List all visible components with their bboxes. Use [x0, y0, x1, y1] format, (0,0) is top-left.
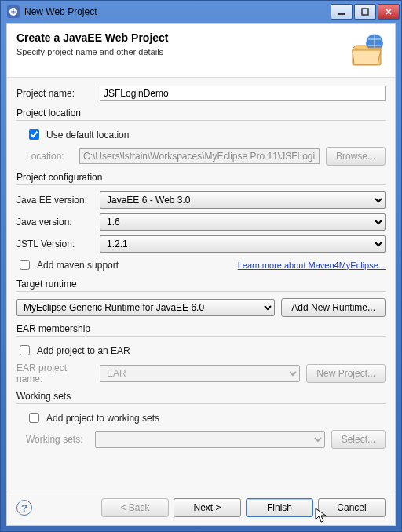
form-area: Project name: Project location Use defau…: [7, 78, 395, 490]
app-icon: [7, 5, 20, 18]
add-to-ear-label: Add project to an EAR: [37, 345, 130, 356]
minimize-button[interactable]: [331, 4, 353, 20]
banner-subheading: Specify project name and other details: [16, 47, 342, 56]
working-sets-select: [95, 431, 325, 448]
project-location-title: Project location: [16, 107, 386, 118]
javaee-version-select[interactable]: JavaEE 6 - Web 3.0: [100, 191, 386, 209]
svg-rect-1: [338, 13, 345, 15]
folder-globe-icon: [348, 31, 386, 69]
close-icon: [385, 8, 393, 16]
working-sets-label: Working sets:: [26, 434, 89, 445]
jstl-version-select[interactable]: 1.2.1: [100, 235, 386, 253]
window-controls: [331, 4, 400, 20]
dialog-window: New Web Project Create a JavaEE Web Proj…: [0, 0, 402, 532]
add-to-working-sets-checkbox[interactable]: [29, 413, 39, 423]
add-maven-label: Add maven support: [37, 260, 119, 271]
window-title: New Web Project: [24, 6, 331, 17]
target-runtime-select[interactable]: MyEclipse Generic Runtime for JavaEE 6.0: [16, 299, 275, 316]
browse-button: Browse...: [326, 147, 386, 166]
back-button: < Back: [101, 498, 169, 517]
help-button[interactable]: ?: [16, 500, 32, 516]
maximize-button[interactable]: [354, 4, 376, 20]
java-version-label: Java version:: [16, 217, 93, 228]
svg-rect-2: [362, 9, 368, 15]
cancel-button[interactable]: Cancel: [318, 498, 386, 517]
project-name-input[interactable]: [100, 86, 386, 101]
learn-maven-link[interactable]: Learn more about Maven4MyEclipse...: [238, 261, 386, 270]
add-runtime-button[interactable]: Add New Runtime...: [281, 298, 386, 317]
banner-heading: Create a JavaEE Web Project: [16, 31, 342, 44]
button-bar: ? < Back Next > Finish Cancel: [7, 490, 395, 525]
project-config-title: Project configuration: [16, 172, 386, 183]
next-button[interactable]: Next >: [174, 498, 241, 517]
help-icon: ?: [21, 502, 27, 514]
add-to-ear-checkbox[interactable]: [20, 345, 30, 355]
dialog-content: Create a JavaEE Web Project Specify proj…: [6, 23, 396, 526]
target-runtime-title: Target runtime: [16, 279, 386, 290]
add-to-working-sets-label: Add project to working sets: [46, 413, 159, 424]
finish-button[interactable]: Finish: [246, 498, 313, 517]
close-button[interactable]: [378, 4, 400, 20]
ear-project-name-label: EAR project name:: [16, 363, 93, 384]
minimize-icon: [338, 8, 345, 16]
maximize-icon: [361, 8, 369, 16]
select-working-sets-button: Select...: [331, 430, 386, 449]
titlebar[interactable]: New Web Project: [1, 1, 401, 23]
project-name-label: Project name:: [16, 88, 93, 99]
location-input: [79, 148, 320, 164]
add-maven-checkbox[interactable]: [20, 260, 30, 270]
new-ear-project-button: New Project...: [306, 364, 386, 383]
working-sets-title: Working sets: [16, 391, 386, 402]
ear-membership-title: EAR membership: [16, 323, 386, 334]
java-version-select[interactable]: 1.6: [100, 213, 386, 231]
use-default-location-label: Use default location: [46, 129, 129, 140]
location-label: Location:: [26, 151, 73, 162]
ear-project-name-select: EAR: [100, 365, 300, 382]
use-default-location-checkbox[interactable]: [29, 129, 39, 140]
javaee-version-label: Java EE version:: [16, 195, 93, 206]
jstl-version-label: JSTL Version:: [16, 239, 93, 250]
banner: Create a JavaEE Web Project Specify proj…: [7, 24, 395, 78]
